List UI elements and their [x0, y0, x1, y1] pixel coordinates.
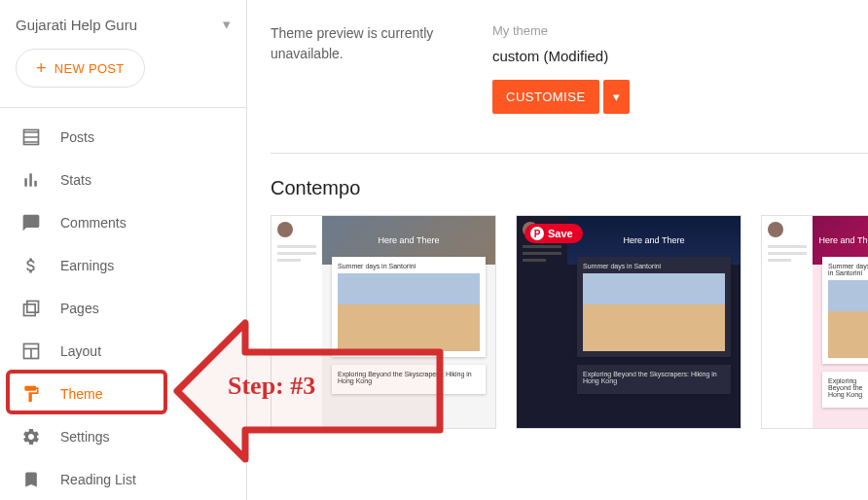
layout-icon: [21, 341, 41, 361]
sidebar-item-earnings[interactable]: Earnings: [0, 244, 246, 287]
my-theme-section: Theme preview is currently unavailable. …: [271, 23, 868, 154]
stats-icon: [21, 170, 41, 190]
pages-icon: [21, 299, 41, 318]
bookmark-icon: [21, 470, 41, 489]
theme-preview-post-title: Exploring Beyond the Hong Kong: [828, 377, 868, 398]
theme-preview-post-title: Exploring Beyond the Skyscrapers: Hiking…: [583, 371, 725, 384]
comments-icon: [21, 213, 41, 232]
earnings-icon: [21, 256, 41, 275]
sidebar-item-label: Pages: [60, 301, 99, 316]
sidebar: Gujarati Help Guru ▾ + NEW POST Posts St…: [0, 0, 247, 500]
sidebar-item-label: Comments: [60, 215, 127, 231]
current-theme-name: custom (Modified): [492, 48, 630, 64]
new-post-button[interactable]: + NEW POST: [16, 49, 145, 88]
posts-icon: [21, 127, 41, 147]
preview-unavailable-message: Theme preview is currently unavailable.: [271, 23, 446, 114]
chevron-down-icon: ▾: [223, 16, 231, 33]
pinterest-icon: P: [530, 227, 544, 240]
pinterest-save-button[interactable]: P Save: [524, 224, 583, 243]
theme-preview-post-title: Summer days in Santorini: [583, 263, 725, 269]
sidebar-item-label: Layout: [60, 343, 101, 359]
sidebar-item-comments[interactable]: Comments: [0, 201, 246, 244]
sidebar-item-stats[interactable]: Stats: [0, 159, 246, 201]
sidebar-item-reading-list[interactable]: Reading List: [0, 458, 246, 500]
my-theme-label: My theme: [492, 23, 630, 38]
svg-rect-2: [29, 173, 32, 186]
theme-card[interactable]: Here and There Summer days in Santorini …: [761, 215, 868, 429]
svg-rect-1: [24, 178, 27, 186]
plus-icon: +: [36, 59, 47, 77]
svg-rect-4: [27, 302, 39, 313]
theme-preview-post-title: Summer days in Santorini: [828, 263, 868, 276]
sidebar-item-pages[interactable]: Pages: [0, 287, 246, 330]
theme-preview-post-title: Exploring Beyond the Skyscrapers: Hiking…: [338, 371, 480, 384]
sidebar-item-label: Posts: [60, 129, 94, 145]
sidebar-item-label: Reading List: [60, 472, 136, 487]
gear-icon: [21, 427, 41, 446]
theme-card[interactable]: Here and There Summer days in Santorini …: [271, 215, 496, 429]
sidebar-item-layout[interactable]: Layout: [0, 330, 246, 373]
svg-rect-3: [34, 181, 37, 187]
blog-name: Gujarati Help Guru: [16, 17, 137, 33]
new-post-label: NEW POST: [54, 61, 125, 76]
sidebar-item-label: Theme: [60, 386, 103, 402]
sidebar-item-theme[interactable]: Theme: [0, 373, 246, 415]
main-content: Theme preview is currently unavailable. …: [247, 0, 868, 500]
theme-section-title: Contempo: [271, 177, 868, 199]
sidebar-item-label: Earnings: [60, 258, 114, 273]
pin-save-label: Save: [548, 228, 573, 239]
sidebar-item-label: Settings: [60, 429, 110, 445]
sidebar-item-posts[interactable]: Posts: [0, 116, 246, 159]
svg-rect-5: [24, 304, 36, 316]
theme-preview-post-title: Summer days in Santorini: [338, 263, 480, 269]
sidebar-item-label: Stats: [60, 172, 91, 188]
chevron-down-icon: ▾: [613, 89, 620, 104]
customise-dropdown-button[interactable]: ▾: [603, 80, 630, 114]
sidebar-item-settings[interactable]: Settings: [0, 415, 246, 458]
theme-icon: [21, 384, 41, 404]
theme-card[interactable]: P Save Here and There Summer days in San…: [516, 215, 741, 429]
nav-list: Posts Stats Comments Earnings Pages Layo…: [0, 107, 246, 500]
theme-gallery: Here and There Summer days in Santorini …: [271, 215, 868, 429]
customise-button[interactable]: CUSTOMISE: [492, 80, 599, 114]
blog-selector[interactable]: Gujarati Help Guru ▾: [0, 8, 246, 49]
